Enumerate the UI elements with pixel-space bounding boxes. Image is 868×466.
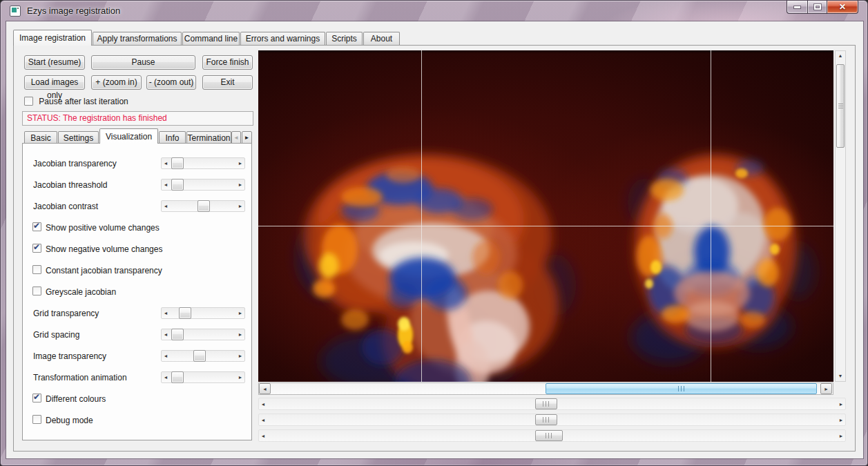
- slider-groove[interactable]: [170, 201, 236, 211]
- close-icon: ✕: [839, 3, 846, 11]
- grid-transparency-slider[interactable]: ◄ ►: [161, 307, 245, 319]
- status-box: STATUS: The registration has finished: [22, 111, 253, 126]
- bottom-slider-2[interactable]: ◄ ►: [258, 414, 846, 426]
- slider-right-arrow-icon[interactable]: ►: [236, 158, 244, 168]
- h-scroll-thumb[interactable]: [546, 383, 817, 394]
- slider-groove[interactable]: [170, 308, 236, 318]
- tab-visualization[interactable]: Visualization: [99, 128, 158, 144]
- minimize-button[interactable]: [787, 1, 807, 14]
- slider-groove[interactable]: [170, 158, 236, 168]
- horizontal-scrollbar[interactable]: ◄ ►: [258, 382, 833, 395]
- slider-groove[interactable]: [170, 351, 236, 361]
- slider-right-arrow-icon[interactable]: ►: [837, 431, 845, 441]
- slider-left-arrow-icon[interactable]: ◄: [259, 431, 267, 441]
- grid-spacing-label: Grid spacing: [33, 330, 79, 340]
- brain-visualization: [258, 50, 833, 382]
- slider-left-arrow-icon[interactable]: ◄: [162, 329, 170, 340]
- pause-button[interactable]: Pause: [91, 55, 195, 70]
- close-button[interactable]: ✕: [827, 1, 858, 14]
- pause-after-checkbox[interactable]: [24, 97, 33, 106]
- exit-button[interactable]: Exit: [202, 75, 253, 90]
- slider-left-arrow-icon[interactable]: ◄: [162, 179, 170, 190]
- slider-right-arrow-icon[interactable]: ►: [236, 351, 244, 361]
- constant-jacobian-row: Constant jacobian transparency: [23, 264, 251, 277]
- show-negative-checkbox[interactable]: ✔: [32, 244, 41, 253]
- slider-thumb[interactable]: [179, 307, 191, 319]
- slider-right-arrow-icon[interactable]: ►: [236, 372, 244, 382]
- slider-right-arrow-icon[interactable]: ►: [236, 179, 244, 190]
- slider-thumb[interactable]: [535, 398, 557, 409]
- slider-left-arrow-icon[interactable]: ◄: [162, 308, 170, 318]
- load-images-only-button[interactable]: Load images only: [24, 75, 85, 90]
- slider-left-arrow-icon[interactable]: ◄: [162, 158, 170, 168]
- image-viewport[interactable]: [258, 50, 833, 382]
- slider-left-arrow-icon[interactable]: ◄: [259, 415, 267, 425]
- tab-errors-and-warnings[interactable]: Errors and warnings: [240, 32, 325, 45]
- slider-right-arrow-icon[interactable]: ►: [837, 399, 845, 409]
- scroll-down-icon[interactable]: ▼: [836, 371, 845, 381]
- titlebar[interactable]: Ezys image registration ✕: [1, 1, 867, 21]
- grid-spacing-slider[interactable]: ◄ ►: [161, 329, 245, 340]
- bottom-slider-3[interactable]: ◄ ►: [258, 429, 846, 442]
- slider-thumb[interactable]: [193, 350, 206, 362]
- slider-thumb[interactable]: [535, 430, 563, 441]
- zoom-in-button[interactable]: + (zoom in): [91, 75, 142, 90]
- vertical-scroll-thumb[interactable]: [836, 64, 845, 148]
- maximize-button[interactable]: [807, 1, 827, 14]
- slider-thumb[interactable]: [171, 157, 184, 169]
- tab-info[interactable]: Info: [159, 131, 186, 144]
- crosshair-vertical-right: [711, 50, 711, 382]
- tab-image-registration[interactable]: Image registration: [13, 30, 92, 46]
- scroll-up-icon[interactable]: ▲: [836, 51, 845, 61]
- thumb-grip-icon: [543, 417, 549, 423]
- h-scroll-left-button[interactable]: ◄: [259, 383, 271, 394]
- crosshair-vertical-left: [421, 50, 422, 382]
- h-scroll-right-button[interactable]: ►: [820, 383, 832, 394]
- slider-right-arrow-icon[interactable]: ►: [236, 201, 244, 211]
- slider-groove[interactable]: [267, 414, 837, 425]
- slider-right-arrow-icon[interactable]: ►: [236, 329, 244, 340]
- tab-command-line[interactable]: Command line: [182, 32, 240, 45]
- start-resume-button[interactable]: Start (resume): [24, 55, 85, 70]
- jacobian-transparency-slider[interactable]: ◄ ►: [161, 157, 245, 169]
- slider-thumb[interactable]: [197, 200, 210, 212]
- check-icon: ✔: [33, 392, 40, 402]
- tab-scripts[interactable]: Scripts: [326, 32, 363, 45]
- slider-thumb[interactable]: [171, 179, 184, 191]
- debug-mode-checkbox[interactable]: [32, 415, 41, 424]
- tab-termination[interactable]: Termination: [186, 131, 231, 144]
- jacobian-threashold-slider[interactable]: ◄ ►: [161, 179, 245, 191]
- image-transparency-row: Image transparency ◄ ►: [23, 350, 251, 362]
- bottom-slider-1[interactable]: ◄ ►: [258, 398, 846, 410]
- image-transparency-slider[interactable]: ◄ ►: [161, 350, 245, 362]
- jacobian-contrast-slider[interactable]: ◄ ►: [161, 200, 245, 212]
- slider-left-arrow-icon[interactable]: ◄: [259, 399, 267, 409]
- constant-jacobian-checkbox[interactable]: [32, 265, 41, 274]
- slider-right-arrow-icon[interactable]: ►: [236, 308, 244, 318]
- slider-groove[interactable]: [170, 179, 236, 190]
- show-positive-checkbox[interactable]: ✔: [32, 222, 41, 231]
- tab-apply-transformations[interactable]: Apply transformations: [93, 32, 182, 45]
- greyscale-jacobian-checkbox[interactable]: [32, 287, 41, 295]
- h-scroll-groove[interactable]: [271, 383, 820, 394]
- vertical-scroll-groove[interactable]: [836, 61, 845, 371]
- tab-about[interactable]: About: [363, 32, 400, 45]
- slider-right-arrow-icon[interactable]: ►: [837, 415, 845, 425]
- slider-thumb[interactable]: [171, 371, 184, 383]
- slider-groove[interactable]: [170, 372, 236, 382]
- transformation-animation-slider[interactable]: ◄ ►: [161, 371, 245, 383]
- slider-groove[interactable]: [170, 329, 236, 340]
- tab-settings[interactable]: Settings: [58, 131, 99, 144]
- slider-left-arrow-icon[interactable]: ◄: [162, 372, 170, 382]
- slider-left-arrow-icon[interactable]: ◄: [162, 201, 170, 211]
- slider-thumb[interactable]: [535, 414, 557, 425]
- slider-thumb[interactable]: [171, 329, 184, 340]
- slider-groove[interactable]: [267, 430, 837, 441]
- slider-left-arrow-icon[interactable]: ◄: [162, 351, 170, 361]
- zoom-out-button[interactable]: - (zoom out): [146, 75, 196, 90]
- different-colours-checkbox[interactable]: ✔: [32, 394, 41, 402]
- tab-basic[interactable]: Basic: [24, 131, 57, 144]
- vertical-scrollbar[interactable]: ▲ ▼: [835, 50, 846, 382]
- slider-groove[interactable]: [267, 398, 837, 409]
- force-finish-button[interactable]: Force finish: [202, 55, 253, 70]
